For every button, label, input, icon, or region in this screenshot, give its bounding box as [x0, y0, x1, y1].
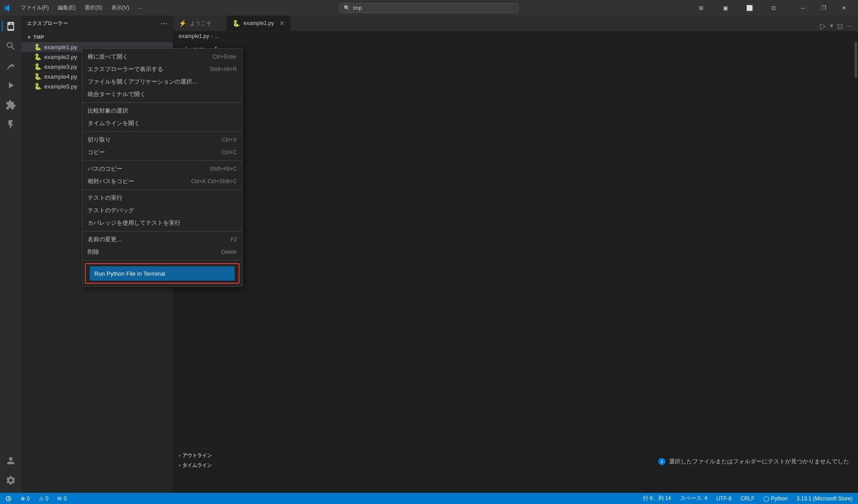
ctx-open-terminal[interactable]: 統合ターミナルで開く	[82, 88, 242, 101]
ctx-label: パスのコピー	[88, 165, 204, 173]
layout-btn[interactable]: ⊞	[691, 0, 711, 16]
info-message: i 選択したファイルまたはフォルダーにテストが見つかりませんでした	[658, 458, 849, 466]
ctx-label: 相対パスをコピー	[88, 177, 186, 185]
window-controls: ─ ❐ ✕	[793, 0, 854, 16]
menu-select[interactable]: 選択(S)	[81, 3, 106, 13]
file-name: example4.py	[44, 73, 77, 80]
title-right: ⊞ ▣ ⬜ ⊡ ─ ❐ ✕	[691, 0, 854, 16]
ctx-label: 横に並べて開く	[88, 53, 207, 61]
error-icon: ⊗	[21, 496, 25, 502]
tab-python-icon: 🐍	[232, 20, 240, 27]
language-icon: ◯	[763, 496, 769, 502]
ctx-separator-1	[82, 102, 242, 103]
status-warnings[interactable]: ⚠ 0	[37, 496, 50, 502]
status-spaces[interactable]: スペース: 4	[678, 495, 709, 502]
tab-welcome-icon: ⚡	[179, 20, 186, 27]
activity-account-icon[interactable]	[2, 452, 20, 470]
ctx-open-timeline[interactable]: タイムラインを開く	[82, 117, 242, 130]
file-python-icon: 🐍	[34, 83, 42, 90]
activity-testing-icon[interactable]	[2, 116, 20, 134]
status-left: ⊗ 0 ⚠ 0 ✉ 0	[4, 496, 68, 502]
ctx-open-with[interactable]: ファイルを開くアプリケーションの選択...	[82, 76, 242, 88]
status-remote-icon[interactable]	[4, 496, 13, 502]
ctx-label: 削除	[88, 248, 216, 256]
activity-run-icon[interactable]	[2, 76, 20, 94]
run-icon[interactable]: ▷	[820, 21, 826, 31]
ctx-delete[interactable]: 削除 Delete	[82, 246, 242, 258]
scrollbar-vertical[interactable]	[854, 41, 858, 448]
activity-search-icon[interactable]	[2, 37, 20, 55]
ctx-rename[interactable]: 名前の変更... F2	[82, 233, 242, 246]
split-editor-icon[interactable]: ⊡	[837, 22, 843, 30]
breadcrumb: example1.py › ...	[173, 31, 858, 41]
run-python-border: Run Python File in Terminal	[85, 263, 240, 284]
ctx-show-explorer[interactable]: エクスプローラーで表示する Shift+Alt+R	[82, 63, 242, 76]
folder-header[interactable]: ▼ TMP	[21, 32, 173, 42]
title-search[interactable]: 🔍 tmp	[340, 3, 518, 13]
activity-explorer-icon[interactable]	[2, 17, 20, 35]
info-icon: i	[658, 458, 665, 465]
status-errors[interactable]: ⊗ 0	[19, 496, 32, 502]
spaces-text: スペース: 4	[680, 495, 707, 502]
code-line-2: 2 % 2 == 0:	[173, 53, 858, 62]
ctx-copy-path[interactable]: パスのコピー Shift+Alt+C	[82, 163, 242, 175]
code-line-1: 1 num = 5	[173, 45, 858, 53]
minimize-btn[interactable]: ─	[793, 0, 813, 16]
breadcrumb-sep: ›	[211, 33, 213, 39]
menu-edit[interactable]: 編集(E)	[54, 3, 79, 13]
more-actions-icon[interactable]: ⋯	[845, 22, 853, 30]
sidebar-header: エクスプローラー ⋯	[21, 16, 173, 31]
title-bar-left: ファイル(F) 編集(E) 選択(S) 表示(V) ...	[4, 3, 146, 13]
ctx-compare-select[interactable]: 比較対象の選択	[82, 105, 242, 117]
menu-bar: ファイル(F) 編集(E) 選択(S) 表示(V) ...	[17, 3, 146, 13]
tab-welcome[interactable]: ⚡ ようこそ	[173, 16, 227, 31]
status-notifications[interactable]: ✉ 0	[55, 496, 68, 502]
close-btn[interactable]: ✕	[834, 0, 854, 16]
status-eol[interactable]: CRLF	[739, 496, 756, 502]
ctx-copy-relpath[interactable]: 相対パスをコピー Ctrl+K Ctrl+Shift+C	[82, 175, 242, 188]
status-right: 行 6、列 14 スペース: 4 UTF-8 CRLF ◯ Python 3.1…	[641, 495, 854, 502]
ctx-run-python-file[interactable]: Run Python File in Terminal	[90, 266, 235, 281]
notification-icon: ✉	[57, 496, 62, 502]
ctx-open-side[interactable]: 横に並べて開く Ctrl+Enter	[82, 50, 242, 63]
file-name: example3.py	[44, 63, 77, 70]
tab-example1[interactable]: 🐍 example1.py ✕	[227, 16, 290, 31]
status-python-version[interactable]: 3.13.1 (Microsoft Store)	[795, 496, 854, 502]
status-position[interactable]: 行 6、列 14	[641, 495, 673, 502]
ctx-label: テストの実行	[88, 194, 237, 202]
ctx-cut[interactable]: 切り取り Ctrl+X	[82, 134, 242, 146]
ctx-run-test[interactable]: テストの実行	[82, 192, 242, 204]
fullscreen-btn[interactable]: ⊡	[763, 0, 784, 16]
ctx-copy[interactable]: コピー Ctrl+C	[82, 146, 242, 159]
tab-example1-label: example1.py	[244, 20, 274, 26]
ctx-coverage-test[interactable]: カバレッジを使用してテストを実行	[82, 217, 242, 229]
sidebar-more-btn[interactable]: ⋯	[160, 19, 168, 28]
menu-more[interactable]: ...	[135, 3, 146, 13]
breadcrumb-file[interactable]: example1.py	[179, 33, 209, 39]
breadcrumb-symbol[interactable]: ...	[214, 33, 219, 39]
status-language[interactable]: ◯ Python	[761, 496, 789, 502]
activity-bar	[0, 16, 21, 493]
sidebar-title: エクスプローラー	[27, 20, 68, 27]
tab-close-icon[interactable]: ✕	[279, 20, 285, 27]
ctx-shortcut: Shift+Alt+R	[210, 66, 237, 72]
warning-icon: ⚠	[39, 496, 44, 502]
panel-btn[interactable]: ▣	[715, 0, 736, 16]
activity-settings-icon[interactable]	[2, 471, 20, 489]
scrollbar-thumb	[854, 42, 857, 78]
ctx-label: ファイルを開くアプリケーションの選択...	[88, 78, 231, 86]
split-btn[interactable]: ⬜	[739, 0, 760, 16]
ctx-debug-test[interactable]: テストのデバッグ	[82, 204, 242, 217]
file-python-icon: 🐍	[34, 43, 42, 50]
file-python-icon: 🐍	[34, 63, 42, 70]
status-encoding[interactable]: UTF-8	[715, 496, 733, 502]
menu-view[interactable]: 表示(V)	[108, 3, 133, 13]
file-name: example1.py	[44, 44, 77, 50]
activity-extensions-icon[interactable]	[2, 96, 20, 114]
maximize-btn[interactable]: ❐	[813, 0, 834, 16]
menu-file[interactable]: ファイル(F)	[17, 3, 52, 13]
code-editor[interactable]: 1 num = 5 2 % 2 == 0: 3 ult = "偶数" 4 5 u…	[173, 41, 858, 448]
activity-source-control-icon[interactable]	[2, 57, 20, 75]
dropdown-icon[interactable]: ▼	[829, 23, 834, 29]
ctx-shortcut: F2	[231, 236, 237, 243]
